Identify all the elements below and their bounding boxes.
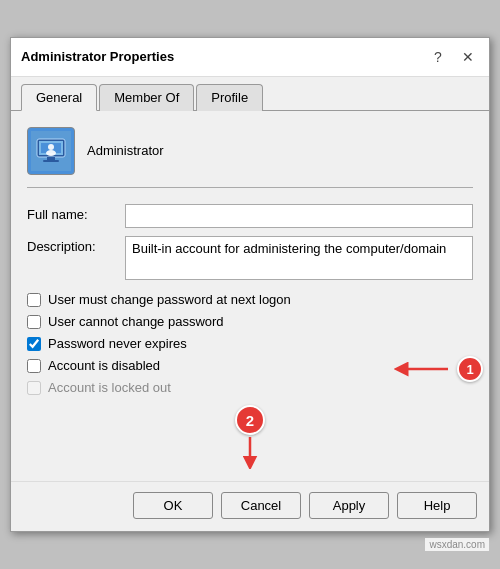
tab-profile[interactable]: Profile xyxy=(196,84,263,111)
cannot-change-password-checkbox[interactable] xyxy=(27,315,41,329)
arrow-2-icon xyxy=(236,435,264,469)
svg-rect-4 xyxy=(47,157,55,160)
full-name-label: Full name: xyxy=(27,204,117,222)
badge-2: 2 xyxy=(235,405,265,435)
close-button[interactable]: ✕ xyxy=(457,46,479,68)
account-disabled-checkbox[interactable] xyxy=(27,359,41,373)
tab-content: Administrator Full name: Description: Bu… xyxy=(11,111,489,481)
cancel-button[interactable]: Cancel xyxy=(221,492,301,519)
dialog-window: Administrator Properties ? ✕ General Mem… xyxy=(10,37,490,532)
help-dialog-button[interactable]: Help xyxy=(397,492,477,519)
must-change-password-label: User must change password at next logon xyxy=(48,292,291,307)
description-input[interactable]: Built-in account for administering the c… xyxy=(125,236,473,280)
tab-member-of[interactable]: Member Of xyxy=(99,84,194,111)
username-label: Administrator xyxy=(87,143,164,158)
account-locked-label: Account is locked out xyxy=(48,380,171,395)
watermark: wsxdan.com xyxy=(425,538,489,551)
form-section: Full name: Description: Built-in account… xyxy=(27,204,473,280)
window-title: Administrator Properties xyxy=(21,49,174,64)
checkbox-row-4: Account is disabled xyxy=(27,358,473,373)
help-button[interactable]: ? xyxy=(427,46,449,68)
account-disabled-label: Account is disabled xyxy=(48,358,160,373)
checkbox-row-1: User must change password at next logon xyxy=(27,292,473,307)
password-never-expires-label: Password never expires xyxy=(48,336,187,351)
cannot-change-password-label: User cannot change password xyxy=(48,314,224,329)
svg-rect-5 xyxy=(43,160,59,162)
annotation-2-container: 2 xyxy=(27,405,473,469)
full-name-row: Full name: xyxy=(27,204,473,228)
user-icon xyxy=(27,127,75,175)
footer-buttons: OK Cancel Apply Help xyxy=(11,481,489,531)
checkbox-section: User must change password at next logon … xyxy=(27,292,473,395)
title-bar: Administrator Properties ? ✕ xyxy=(11,38,489,77)
description-row: Description: Built-in account for admini… xyxy=(27,236,473,280)
checkbox-row-5: Account is locked out xyxy=(27,380,473,395)
title-bar-controls: ? ✕ xyxy=(427,46,479,68)
apply-button[interactable]: Apply xyxy=(309,492,389,519)
checkbox-row-2: User cannot change password xyxy=(27,314,473,329)
checkbox-row-4-wrapper: Account is disabled 1 xyxy=(27,358,473,380)
user-avatar-icon xyxy=(31,131,71,171)
tab-bar: General Member Of Profile xyxy=(11,77,489,111)
user-header: Administrator xyxy=(27,127,473,188)
description-label: Description: xyxy=(27,236,117,254)
tab-general[interactable]: General xyxy=(21,84,97,111)
svg-point-6 xyxy=(48,144,54,150)
ok-button[interactable]: OK xyxy=(133,492,213,519)
password-never-expires-checkbox[interactable] xyxy=(27,337,41,351)
account-locked-checkbox[interactable] xyxy=(27,381,41,395)
must-change-password-checkbox[interactable] xyxy=(27,293,41,307)
checkbox-row-3: Password never expires xyxy=(27,336,473,351)
svg-point-7 xyxy=(46,150,56,156)
full-name-input[interactable] xyxy=(125,204,473,228)
